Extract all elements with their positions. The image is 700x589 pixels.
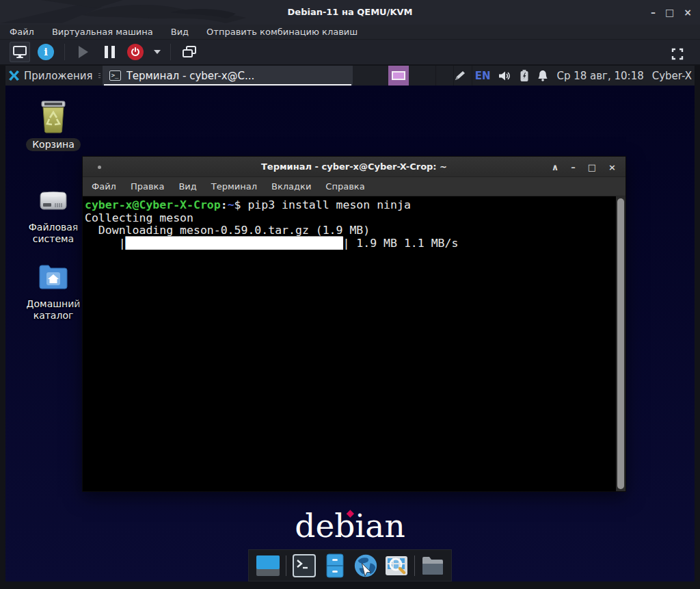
close-icon[interactable]: ×: [608, 163, 616, 172]
run-button[interactable]: [73, 42, 94, 62]
dock-folder-button[interactable]: [420, 552, 446, 579]
terminal-menu-view[interactable]: Вид: [178, 181, 196, 192]
terminal-menu-terminal[interactable]: Терминал: [211, 181, 257, 192]
filesystem-label: Файловая система: [19, 222, 88, 245]
desktop-icon-trash[interactable]: Корзина: [19, 99, 88, 151]
info-icon: i: [38, 44, 54, 60]
toolbar-separator: [64, 44, 65, 60]
vm-toolbar: i: [0, 40, 700, 65]
panel-handle: [97, 66, 103, 86]
dock-separator: [286, 555, 286, 576]
terminal-scrollbar[interactable]: [616, 196, 625, 491]
desktop-icon-filesystem[interactable]: Файловая система: [19, 184, 88, 245]
terminal-titlebar[interactable]: Терминал - cyber-x@Cyber-X-Crop: ~ ∧ – □…: [83, 157, 625, 177]
taskbar-terminal-label: Терминал - cyber-x@C...: [126, 70, 255, 82]
fullscreen-icon: [671, 48, 684, 60]
dock-separator: [414, 555, 415, 576]
menu-virtual-machine[interactable]: Виртуальная машина: [52, 27, 153, 37]
dock-terminal-button[interactable]: [291, 552, 317, 579]
fullscreen-button[interactable]: [667, 44, 688, 64]
web-browser-icon: [353, 552, 379, 579]
dock-filemanager-button[interactable]: [322, 552, 348, 579]
prompt-user-host: cyber-x@Cyber-X-Crop: [85, 198, 221, 211]
desktop-icon-home[interactable]: Домашний каталог: [19, 261, 88, 322]
dock-browser-button[interactable]: [353, 552, 379, 579]
progress-line: |████████████████████████████████| 1.9 M…: [85, 237, 615, 250]
menu-file[interactable]: Файл: [10, 27, 34, 37]
vm-menubar: Файл Виртуальная машина Вид Отправить ко…: [0, 25, 700, 40]
terminal-menubar: Файл Правка Вид Терминал Вкладки Справка: [83, 177, 625, 196]
maximize-icon[interactable]: □: [588, 163, 596, 172]
details-button[interactable]: i: [36, 42, 56, 62]
progress-bar: ████████████████████████████████: [126, 237, 343, 250]
home-folder-icon: [37, 261, 70, 293]
battery-icon[interactable]: [520, 69, 529, 82]
minimize-icon[interactable]: –: [571, 163, 576, 172]
prompt-line: cyber-x@Cyber-X-Crop:~$ pip3 install mes…: [85, 199, 615, 212]
notification-bell-icon[interactable]: [537, 70, 548, 82]
dock-panel: [248, 549, 452, 581]
close-icon[interactable]: ×: [684, 8, 692, 17]
prompt-path: ~: [228, 198, 234, 211]
terminal-output: cyber-x@Cyber-X-Crop:~$ pip3 install mes…: [85, 199, 615, 250]
volume-icon[interactable]: [498, 70, 511, 81]
screen-capture-tray-icon[interactable]: [388, 66, 409, 86]
terminal-body[interactable]: cyber-x@Cyber-X-Crop:~$ pip3 install mes…: [83, 196, 625, 491]
terminal-window: Терминал - cyber-x@Cyber-X-Crop: ~ ∧ – □…: [82, 156, 626, 492]
terminal-icon: [292, 553, 317, 578]
taskbar-terminal-button[interactable]: >_ Терминал - cyber-x@C...: [103, 66, 353, 86]
virt-manager-window: Debian-11 на QEMU/KVM – □ × Файл Виртуал…: [0, 0, 700, 589]
menu-view[interactable]: Вид: [171, 27, 189, 37]
clock[interactable]: Ср 18 авг, 10:18: [556, 70, 643, 82]
guest-display: Приложения >_ Терминал - cyber-x@C... EN: [5, 66, 695, 581]
home-label: Домашний каталог: [19, 298, 88, 322]
terminal-title: Терминал - cyber-x@Cyber-X-Crop: ~: [83, 157, 625, 177]
pause-button[interactable]: [99, 42, 120, 62]
window-controls: – □ ×: [651, 0, 692, 25]
virtual-displays-button[interactable]: [179, 42, 200, 62]
minimize-icon[interactable]: –: [651, 8, 656, 17]
terminal-menu-tabs[interactable]: Вкладки: [271, 181, 311, 192]
shade-icon[interactable]: ∧: [552, 163, 559, 172]
terminal-menu-edit[interactable]: Правка: [131, 181, 164, 192]
shutdown-button[interactable]: [125, 42, 146, 62]
desktop: Корзина: [5, 86, 695, 581]
username-indicator[interactable]: Cyber-X: [652, 70, 692, 82]
toolbar-separator: [170, 44, 171, 60]
harddrive-icon: [37, 184, 70, 217]
panel-status-area: EN Ср 18 авг, 10:18 Cyber-X: [453, 66, 693, 86]
console-button[interactable]: [10, 42, 30, 62]
show-desktop-button[interactable]: [255, 552, 281, 579]
pen-tablet-icon[interactable]: [453, 70, 467, 82]
file-cabinet-icon: [323, 553, 347, 578]
tray-separator: [435, 66, 436, 86]
debian-logo: debian: [295, 510, 405, 542]
displays-icon: [181, 44, 198, 60]
pause-icon: [105, 46, 115, 58]
applications-icon: [8, 70, 20, 81]
applications-menu-button[interactable]: Приложения: [5, 66, 97, 86]
applications-label: Приложения: [24, 70, 93, 82]
show-desktop-icon: [256, 554, 280, 577]
trash-label: Корзина: [26, 138, 81, 151]
keyboard-layout-indicator[interactable]: EN: [475, 70, 491, 82]
terminal-icon: >_: [109, 70, 121, 81]
maximize-icon[interactable]: □: [665, 8, 674, 17]
output-line: Collecting meson: [85, 212, 615, 225]
monitor-icon: [12, 44, 28, 60]
trash-icon: [37, 99, 70, 133]
output-line: Downloading meson-0.59.0.tar.gz (1.9 MB): [85, 224, 615, 237]
chevron-down-icon: [154, 50, 161, 54]
window-title: Debian-11 на QEMU/KVM: [0, 0, 700, 25]
folder-icon: [420, 554, 446, 577]
shutdown-menu-button[interactable]: [151, 42, 162, 62]
power-icon: [127, 44, 144, 60]
play-icon: [79, 46, 88, 58]
terminal-menu-help[interactable]: Справка: [325, 181, 364, 192]
menu-send-key[interactable]: Отправить комбинацию клавиш: [206, 27, 358, 37]
dock-appfinder-button[interactable]: [383, 552, 409, 579]
prompt-command: $ pip3 install meson ninja: [234, 198, 411, 211]
scrollbar-thumb[interactable]: [617, 198, 624, 489]
terminal-window-controls: ∧ – □ ×: [552, 157, 616, 177]
terminal-menu-file[interactable]: Файл: [92, 181, 116, 192]
